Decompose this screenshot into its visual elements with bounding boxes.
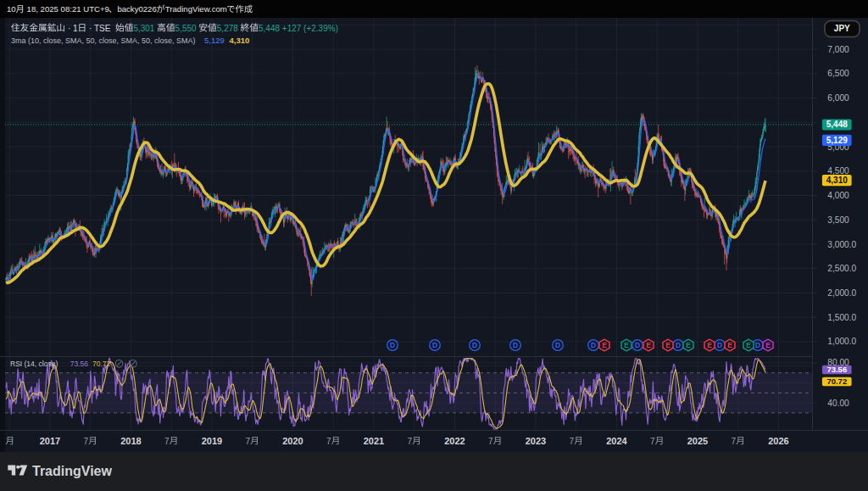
svg-text:7: 7 <box>326 437 331 446</box>
svg-text:4,500: 4,500 <box>827 166 849 176</box>
svg-text:D: D <box>432 341 437 349</box>
svg-text:2022: 2022 <box>444 436 465 446</box>
svg-text:7: 7 <box>84 437 89 446</box>
svg-text:2020: 2020 <box>282 436 303 446</box>
svg-text:1,000.0: 1,000.0 <box>827 337 856 346</box>
svg-text:4,000: 4,000 <box>827 191 849 200</box>
svg-text:4,310: 4,310 <box>230 36 250 45</box>
svg-text:D: D <box>591 341 596 349</box>
svg-text:6,500: 6,500 <box>827 69 849 78</box>
svg-text:JPY: JPY <box>834 24 850 33</box>
svg-text:73.56: 73.56 <box>70 360 89 368</box>
svg-text:5,448: 5,448 <box>826 120 848 129</box>
svg-text:E: E <box>765 341 771 349</box>
svg-text:5,278: 5,278 <box>217 24 238 33</box>
svg-text:5,129: 5,129 <box>204 36 225 45</box>
svg-text:4,310: 4,310 <box>826 176 848 185</box>
svg-text:3,000.0: 3,000.0 <box>827 240 856 249</box>
svg-text:D: D <box>390 341 395 349</box>
svg-text:1,500.0: 1,500.0 <box>827 313 856 322</box>
svg-text:D: D <box>472 341 477 349</box>
svg-text:E: E <box>686 341 691 349</box>
svg-text:10: 10 <box>7 4 16 14</box>
svg-text:E: E <box>707 341 712 349</box>
svg-text:70.72: 70.72 <box>826 377 847 386</box>
svg-text:D: D <box>717 341 722 349</box>
svg-text:2017: 2017 <box>40 436 60 446</box>
svg-text:7,000: 7,000 <box>827 45 849 54</box>
svg-text:2,000.0: 2,000.0 <box>827 288 856 298</box>
svg-text:E: E <box>665 341 670 349</box>
svg-text:· TSE: · TSE <box>89 24 111 33</box>
svg-text:3ma (10, close, SMA, 50, close: 3ma (10, close, SMA, 50, close, SMA, 50,… <box>11 36 196 45</box>
svg-text:5,129: 5,129 <box>826 136 848 145</box>
svg-text:5,301: 5,301 <box>133 24 154 33</box>
svg-text:D: D <box>555 341 560 349</box>
svg-text:7: 7 <box>650 437 655 446</box>
svg-text:E: E <box>727 341 732 349</box>
svg-text:D: D <box>676 341 681 349</box>
svg-text:2021: 2021 <box>364 436 384 446</box>
svg-text:7: 7 <box>570 437 575 446</box>
svg-text:2019: 2019 <box>202 436 222 446</box>
svg-text:70.72: 70.72 <box>92 360 111 368</box>
svg-text:D: D <box>513 341 518 349</box>
svg-text:7: 7 <box>164 437 170 446</box>
svg-text:6,000: 6,000 <box>827 93 849 103</box>
svg-text:D: D <box>755 341 760 349</box>
svg-text:2023: 2023 <box>526 436 546 446</box>
svg-text:7: 7 <box>246 437 251 446</box>
svg-text:backy0226: backy0226 <box>117 4 156 14</box>
svg-text:18, 2025 08:21 UTC+9: 18, 2025 08:21 UTC+9 <box>27 4 109 14</box>
svg-text:7: 7 <box>408 437 413 446</box>
svg-text:E: E <box>624 341 629 349</box>
svg-text:2025: 2025 <box>687 436 708 446</box>
svg-text:2024: 2024 <box>606 436 627 446</box>
svg-text:73.56: 73.56 <box>826 365 847 374</box>
svg-text:3,500: 3,500 <box>827 215 849 225</box>
svg-text:5,448 +127 (+2.39%): 5,448 +127 (+2.39%) <box>259 24 338 33</box>
svg-text:· 1: · 1 <box>68 24 78 33</box>
svg-text:RSI (14, close): RSI (14, close) <box>10 360 58 368</box>
svg-text:5,550: 5,550 <box>175 24 197 33</box>
svg-text:TradingView: TradingView <box>32 464 113 478</box>
svg-text:E: E <box>746 341 751 349</box>
svg-text:E: E <box>646 341 651 349</box>
svg-text:D: D <box>635 341 640 349</box>
svg-text:7: 7 <box>488 437 493 446</box>
svg-text:40.00: 40.00 <box>827 399 849 408</box>
svg-text:2026: 2026 <box>768 436 788 446</box>
svg-text:TradingView.com: TradingView.com <box>165 4 227 14</box>
svg-text:2018: 2018 <box>120 436 141 446</box>
svg-text:2,500.0: 2,500.0 <box>827 264 856 273</box>
svg-text:7: 7 <box>732 437 737 446</box>
svg-text:E: E <box>602 341 607 349</box>
